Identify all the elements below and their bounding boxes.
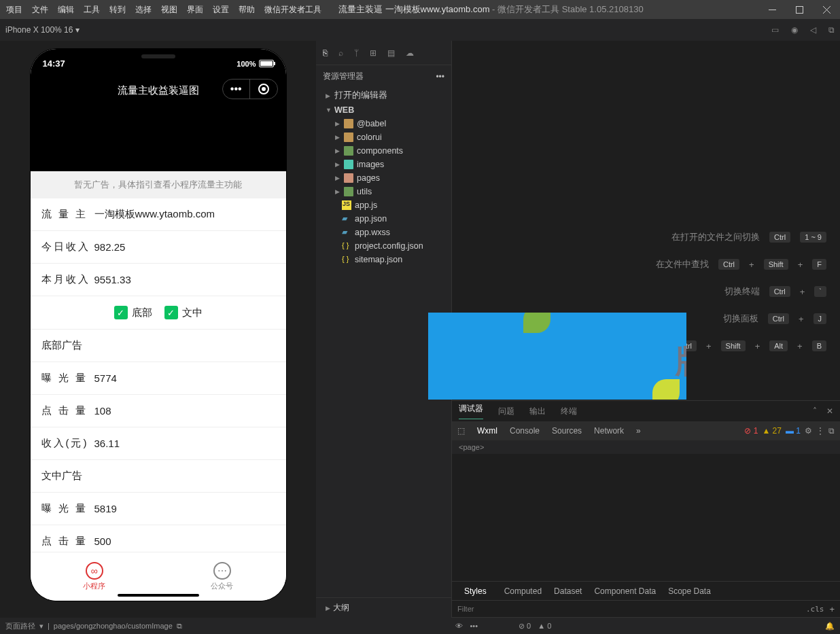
- menu-settings[interactable]: 设置: [208, 0, 234, 19]
- device-icon[interactable]: ▭: [771, 25, 779, 35]
- folder-item[interactable]: ▶utils: [316, 185, 451, 198]
- tab-terminal[interactable]: 终端: [561, 406, 577, 417]
- file-item[interactable]: ▰app.json: [316, 212, 451, 226]
- ad-placeholder: 暂无广告，具体指引查看小程序流量主功能: [31, 171, 286, 198]
- list-row: 收入(元)36.11: [31, 427, 286, 460]
- outline-section[interactable]: ▶ 大纲: [316, 597, 451, 618]
- dock-icon[interactable]: ⧉: [828, 426, 835, 436]
- style-tabs: Styles Computed Dataset Component Data S…: [452, 581, 840, 600]
- tab-component-data[interactable]: Component Data: [594, 586, 656, 596]
- watermark-banner: 版: [428, 313, 686, 400]
- add-rule-icon[interactable]: +: [829, 604, 835, 614]
- list-row: 本月收入9551.33: [31, 264, 286, 296]
- list-row: 今日收入982.25: [31, 231, 286, 264]
- open-editors-section[interactable]: ▶打开的编辑器: [316, 88, 451, 103]
- copy-icon[interactable]: ⧉: [177, 622, 182, 631]
- wxml-breadcrumb: <page>: [452, 440, 840, 454]
- close-button[interactable]: [813, 0, 840, 19]
- eye-icon[interactable]: 👁: [455, 622, 463, 630]
- kebab-icon[interactable]: ⋮: [816, 426, 824, 436]
- files-icon[interactable]: ⎘: [323, 48, 328, 58]
- checkbox-bottom[interactable]: ✓底部: [114, 306, 152, 319]
- tab-computed[interactable]: Computed: [504, 586, 542, 596]
- folder-item[interactable]: ▶images: [316, 158, 451, 171]
- more-icon[interactable]: •••: [436, 72, 444, 82]
- inspect-icon[interactable]: ⬚: [457, 426, 465, 436]
- section-header: 文中广告: [31, 460, 286, 493]
- list-row: 流 量 主一淘模板www.ytaomb.com: [31, 198, 286, 231]
- filter-input[interactable]: [457, 605, 801, 613]
- maximize-button[interactable]: [786, 0, 813, 19]
- root-folder[interactable]: ▼WEB: [316, 103, 451, 117]
- window-buttons: [758, 0, 840, 19]
- capsule-menu-icon[interactable]: •••: [223, 80, 251, 99]
- gear-icon[interactable]: ⚙: [805, 426, 812, 436]
- minimize-button[interactable]: [758, 0, 786, 19]
- tab-problems[interactable]: 问题: [498, 406, 514, 417]
- tab-dataset[interactable]: Dataset: [554, 586, 582, 596]
- tab-sources[interactable]: Sources: [552, 426, 582, 436]
- branch-icon[interactable]: ᛘ: [354, 48, 359, 58]
- title-bar: 项目 文件 编辑 工具 转到 选择 视图 界面 设置 帮助 微信开发者工具 流量…: [0, 0, 840, 19]
- checkbox-row: ✓底部 ✓文中: [31, 296, 286, 330]
- list-row: 点 击 量108: [31, 395, 286, 427]
- record-icon[interactable]: ◉: [791, 25, 798, 35]
- folder-item[interactable]: ▶pages: [316, 171, 451, 185]
- file-item[interactable]: JSapp.js: [316, 198, 451, 212]
- menu-view[interactable]: 视图: [156, 0, 182, 19]
- send-icon[interactable]: ◁: [810, 25, 816, 35]
- styles-filter: .cls +: [452, 600, 840, 618]
- menu-tools[interactable]: 工具: [79, 0, 105, 19]
- menu-edit[interactable]: 编辑: [53, 0, 79, 19]
- tab-scope-data[interactable]: Scope Data: [668, 586, 711, 596]
- device-toolbar: iPhone X 100% 16▾ ▭ ◉ ◁ ⧉: [0, 19, 840, 41]
- cloud-icon[interactable]: ☁: [406, 48, 414, 58]
- activity-bar: ⎘ ⌕ ᛘ ⊞ ▤ ☁: [316, 41, 451, 65]
- menu-file[interactable]: 文件: [27, 0, 53, 19]
- device-selector[interactable]: iPhone X 100% 16▾: [5, 25, 80, 35]
- search-icon[interactable]: ⌕: [338, 48, 343, 58]
- tab-output[interactable]: 输出: [529, 406, 546, 417]
- tab-debugger[interactable]: 调试器: [459, 403, 483, 419]
- more-icon[interactable]: •••: [470, 622, 478, 630]
- menu-project[interactable]: 项目: [1, 0, 27, 19]
- menu-ui[interactable]: 界面: [182, 0, 208, 19]
- tab-wxml[interactable]: Wxml: [477, 426, 497, 436]
- status-bar: 页面路径 ▾ | pages/gongzhonghao/customImage …: [0, 618, 840, 634]
- folder-item[interactable]: ▶colorui: [316, 130, 451, 144]
- bell-icon[interactable]: 🔔: [825, 622, 835, 631]
- menu-goto[interactable]: 转到: [105, 0, 130, 19]
- warning-badge[interactable]: ▲ 27: [762, 426, 782, 436]
- extensions-icon[interactable]: ⊞: [370, 48, 377, 58]
- error-badge[interactable]: ⊘ 1: [744, 426, 758, 436]
- menu-help[interactable]: 帮助: [234, 0, 260, 19]
- phone-frame: 14:37 100% 流量主收益装逼图 ••• 暂无广告，具体指引查看小程序流量…: [31, 49, 286, 601]
- status-warnings[interactable]: ▲ 0: [538, 622, 551, 630]
- menu-select[interactable]: 选择: [130, 0, 156, 19]
- folder-item[interactable]: ▶@babel: [316, 117, 451, 130]
- folder-item[interactable]: ▶components: [316, 144, 451, 158]
- tab-styles[interactable]: Styles: [459, 584, 492, 599]
- devtools-tabs: ⬚ Wxml Console Sources Network » ⊘ 1 ▲ 2…: [452, 421, 840, 440]
- chevron-up-icon[interactable]: ˄: [813, 406, 817, 416]
- file-item[interactable]: ▰app.wxss: [316, 226, 451, 239]
- chevron-down-icon[interactable]: ▾: [39, 622, 43, 631]
- checkbox-inline[interactable]: ✓文中: [164, 306, 203, 319]
- capsule-button[interactable]: •••: [222, 79, 278, 99]
- split-icon[interactable]: ⧉: [828, 25, 835, 35]
- menu-bar: 项目 文件 编辑 工具 转到 选择 视图 界面 设置 帮助 微信开发者工具: [0, 0, 326, 19]
- panel-tabs: 调试器 问题 输出 终端 ˄ ✕: [452, 401, 840, 421]
- phone-notch: [101, 49, 216, 67]
- menu-wxdev[interactable]: 微信开发者工具: [260, 0, 326, 19]
- clipboard-icon[interactable]: ▤: [387, 48, 395, 58]
- tab-console[interactable]: Console: [510, 426, 540, 436]
- file-item[interactable]: { }sitemap.json: [316, 253, 451, 266]
- capsule-close-icon[interactable]: [250, 80, 277, 99]
- tab-network[interactable]: Network: [594, 426, 624, 436]
- status-errors[interactable]: ⊘ 0: [519, 622, 531, 631]
- cls-toggle[interactable]: .cls: [806, 605, 824, 614]
- info-badge[interactable]: ▬ 1: [786, 426, 801, 436]
- more-tabs-icon[interactable]: »: [636, 426, 641, 436]
- file-item[interactable]: { }project.config.json: [316, 239, 451, 253]
- panel-close-icon[interactable]: ✕: [826, 406, 833, 416]
